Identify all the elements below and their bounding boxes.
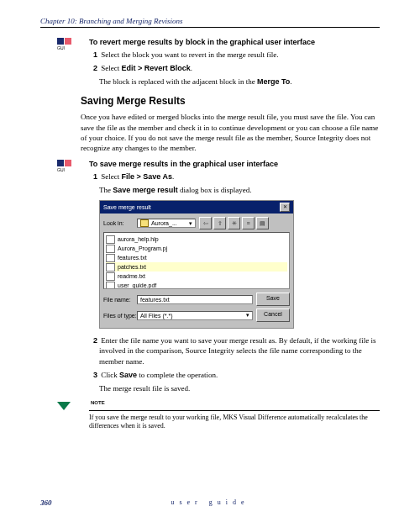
- file-icon: [106, 263, 115, 272]
- dialog-title-text: Save merge result: [103, 204, 151, 210]
- back-button[interactable]: ⇦: [199, 217, 212, 229]
- note-text: If you save the merge result to your wor…: [89, 410, 380, 431]
- list-item[interactable]: patches.txt: [106, 262, 287, 272]
- chapter-header: Chapter 10: Branching and Merging Revisi…: [40, 17, 380, 28]
- step: 2 Enter the file name you want to save y…: [89, 335, 380, 366]
- result-text: The Save merge result dialog box is disp…: [99, 185, 380, 195]
- gui-icon: GUI: [57, 160, 74, 172]
- list-item[interactable]: readme.txt: [106, 272, 287, 281]
- step: 1 Select File > Save As.: [89, 171, 380, 182]
- note-icon: [57, 402, 71, 412]
- list-item[interactable]: aurora_help.hlp: [106, 235, 287, 244]
- revert-heading: To revert merge results by block in the …: [89, 38, 380, 46]
- filename-label: File name:: [103, 297, 137, 303]
- cancel-button[interactable]: Cancel: [256, 308, 290, 322]
- save-button[interactable]: Save: [256, 293, 290, 306]
- dialog-titlebar: Save merge result ✕: [100, 201, 293, 214]
- file-icon: [106, 272, 115, 281]
- result-text: The block is replaced with the adjacent …: [99, 76, 380, 87]
- save-dialog: Save merge result ✕ Look in: Aurora_...▾…: [99, 200, 294, 329]
- file-list[interactable]: aurora_help.hlp Aurora_Program.pj featur…: [103, 232, 290, 289]
- file-icon: [106, 282, 115, 290]
- filetype-label: Files of type:: [103, 313, 137, 319]
- step: 2 Select Edit > Revert Block.: [89, 63, 380, 73]
- step: 1 Select the block you want to revert in…: [89, 50, 380, 60]
- section-heading: Saving Merge Results: [81, 95, 380, 107]
- filename-input[interactable]: features.txt: [137, 295, 253, 304]
- newfolder-button[interactable]: ✳: [228, 217, 240, 229]
- paragraph: Once you have edited or merged blocks in…: [81, 112, 380, 153]
- folder-icon: [140, 219, 149, 227]
- up-button[interactable]: ⇧: [213, 217, 226, 229]
- result-text: The merge result file is saved.: [99, 383, 380, 393]
- footer-text: user guide: [40, 498, 380, 506]
- note-label: NOTE: [91, 400, 105, 405]
- step: 3 Click Save to complete the operation.: [89, 370, 380, 380]
- file-icon: [106, 245, 115, 253]
- list-item[interactable]: Aurora_Program.pj: [106, 244, 287, 253]
- gui-icon: GUI: [57, 38, 74, 50]
- file-icon: [106, 254, 115, 262]
- list-item[interactable]: features.txt: [106, 253, 287, 262]
- details-view-button[interactable]: ▤: [256, 217, 269, 229]
- close-button[interactable]: ✕: [280, 203, 290, 212]
- lookin-dropdown[interactable]: Aurora_...▾: [137, 219, 196, 228]
- lookin-label: Look in:: [103, 220, 137, 226]
- filetype-dropdown[interactable]: All Files (*.*)▾: [137, 311, 253, 320]
- file-icon: [106, 235, 115, 244]
- list-item[interactable]: user_guide.pdf: [106, 281, 287, 289]
- list-view-button[interactable]: ≡: [242, 217, 255, 229]
- save-heading: To save merge results in the graphical u…: [89, 160, 380, 168]
